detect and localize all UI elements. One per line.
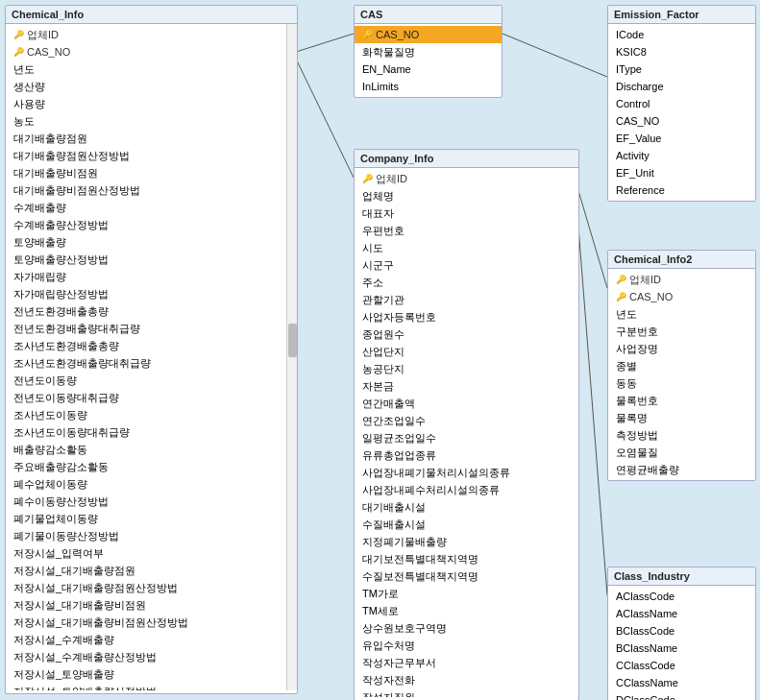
table-row: 우편번호 bbox=[355, 222, 578, 239]
company-info-table: Company_Info 🔑업체ID 업체명 대표자 우편번호 시도 시군구 주… bbox=[354, 149, 579, 700]
table-row: 🔑CAS_NO bbox=[608, 288, 755, 305]
table-row: 농공단지 bbox=[355, 360, 578, 377]
table-row: 대기배출량점원산정방법 bbox=[6, 147, 297, 164]
table-row: CClassName bbox=[608, 674, 755, 691]
table-row: 시군구 bbox=[355, 256, 578, 274]
table-row: CClassCode bbox=[608, 657, 755, 674]
table-row: 화학물질명 bbox=[355, 43, 502, 60]
chemical-info-body[interactable]: 🔑업체ID 🔑CAS_NO 년도 생산량 사용량 농도 대기배출량점원 대기배출… bbox=[6, 24, 297, 690]
company-info-header: Company_Info bbox=[355, 150, 578, 168]
company-info-body[interactable]: 🔑업체ID 업체명 대표자 우편번호 시도 시군구 주소 관할기관 사업자등록번… bbox=[355, 168, 578, 697]
table-row: InLimits bbox=[355, 78, 502, 95]
chemical-info2-body: 🔑업체ID 🔑CAS_NO 년도 구분번호 사업장명 종별 동동 물록번호 물록… bbox=[608, 269, 755, 480]
svg-line-3 bbox=[575, 178, 607, 288]
table-row: 연평균배출량 bbox=[608, 461, 755, 478]
table-row: 농도 bbox=[6, 112, 297, 130]
svg-line-1 bbox=[503, 34, 607, 77]
table-row: 자가매립량산정방법 bbox=[6, 285, 297, 302]
table-row: 🔑업체ID bbox=[608, 271, 755, 288]
table-row: 저장시설_대기배출량점원산정방법 bbox=[6, 579, 297, 596]
table-row: 상수원보호구역명 bbox=[355, 619, 578, 637]
table-row: 저장시설_입력여부 bbox=[6, 544, 297, 562]
canvas: Chemical_Info 🔑업체ID 🔑CAS_NO 년도 생산량 사용량 농… bbox=[0, 0, 760, 700]
table-row: 🔑업체ID bbox=[6, 26, 297, 43]
table-row: 조사년도환경배출총량 bbox=[6, 337, 297, 354]
table-row: 지정폐기물배출량 bbox=[355, 533, 578, 550]
table-row: 사업자등록번호 bbox=[355, 308, 578, 326]
table-row: 측정방법 bbox=[608, 426, 755, 444]
table-row: 저장시설_수계배출량 bbox=[6, 631, 297, 648]
table-row: EN_Name bbox=[355, 60, 502, 78]
table-row: 폐수이동량산정방법 bbox=[6, 493, 297, 510]
table-row: 저장시설_수계배출량산정방법 bbox=[6, 648, 297, 665]
table-row: 업체명 bbox=[355, 187, 578, 205]
table-row: AClassName bbox=[608, 605, 755, 622]
chemical-info2-table: Chemical_Info2 🔑업체ID 🔑CAS_NO 년도 구분번호 사업장… bbox=[607, 250, 756, 481]
table-row: 사용량 bbox=[6, 95, 297, 112]
table-row: 사업장내폐기물처리시설의종류 bbox=[355, 464, 578, 481]
table-row: 종업원수 bbox=[355, 326, 578, 343]
table-row: TM가로 bbox=[355, 585, 578, 602]
table-row: 대표자 bbox=[355, 205, 578, 222]
table-row: 폐기물이동량산정방법 bbox=[6, 527, 297, 544]
table-row: KSIC8 bbox=[608, 43, 755, 60]
table-row: 저장시설_대기배출량비점원산정방법 bbox=[6, 614, 297, 631]
table-row: 주소 bbox=[355, 274, 578, 291]
table-row: ICode bbox=[608, 26, 755, 43]
table-row: 수질배출시설 bbox=[355, 516, 578, 533]
table-row: 대기배출량비점원 bbox=[6, 164, 297, 181]
emission-factor-table: Emission_Factor ICode KSIC8 IType Discha… bbox=[607, 5, 756, 202]
table-row: 대기배출시설 bbox=[355, 498, 578, 516]
class-industry-header: Class_Industry bbox=[608, 567, 755, 586]
table-row: 저장시설_대기배출량비점원 bbox=[6, 596, 297, 614]
class-industry-body: AClassCode AClassName BClassCode BClassN… bbox=[608, 586, 755, 700]
table-row: CAS_NO bbox=[608, 112, 755, 130]
table-row: 수계배출량산정방법 bbox=[6, 216, 297, 233]
chemical-info2-header: Chemical_Info2 bbox=[608, 251, 755, 269]
svg-line-0 bbox=[293, 34, 354, 53]
table-row: 폐기물업체이동량 bbox=[6, 510, 297, 527]
table-row: 연간조업일수 bbox=[355, 412, 578, 429]
table-row: Reference bbox=[608, 181, 755, 199]
table-row: 조사년도이동량대취급량 bbox=[6, 423, 297, 441]
table-row: 대기배출량점원 bbox=[6, 130, 297, 147]
table-row: AClassCode bbox=[608, 588, 755, 605]
table-row: 동동 bbox=[608, 374, 755, 392]
table-row: 🔑업체ID bbox=[355, 170, 578, 187]
cas-table: CAS 🔑 CAS_NO 화학물질명 EN_Name InLimits bbox=[354, 5, 503, 98]
table-row: 대기배출량비점원산정방법 bbox=[6, 181, 297, 199]
table-row: 토양배출량산정방법 bbox=[6, 251, 297, 268]
table-row: 종별 bbox=[608, 357, 755, 374]
emission-factor-body: ICode KSIC8 IType Discharge Control CAS_… bbox=[608, 24, 755, 201]
table-row: BClassCode bbox=[608, 622, 755, 640]
svg-line-4 bbox=[575, 178, 607, 595]
table-row: 작성자근무부서 bbox=[355, 654, 578, 671]
table-row: 토양배출량 bbox=[6, 233, 297, 251]
table-row: 조사년도이동량 bbox=[6, 406, 297, 423]
table-row: 🔑CAS_NO bbox=[6, 43, 297, 60]
table-row: 유류총업업종류 bbox=[355, 447, 578, 464]
table-row: 작성자직위 bbox=[355, 688, 578, 697]
table-row: 전년도이동량 bbox=[6, 372, 297, 389]
table-row: 사업장내폐수처리시설의종류 bbox=[355, 481, 578, 498]
table-row: 작성자전화 bbox=[355, 671, 578, 688]
table-row: BClassName bbox=[608, 640, 755, 657]
table-row: 저장시설_토양배출량 bbox=[6, 665, 297, 683]
table-row: 년도 bbox=[608, 305, 755, 323]
emission-factor-header: Emission_Factor bbox=[608, 6, 755, 24]
table-row: Discharge bbox=[608, 78, 755, 95]
table-row: 일평균조업일수 bbox=[355, 429, 578, 447]
table-row: 저장시설_토양배출량산정방법 bbox=[6, 683, 297, 690]
table-row: 폐수업체이동량 bbox=[6, 475, 297, 493]
table-row: 자본금 bbox=[355, 377, 578, 395]
table-row: 대기보전특별대책지역명 bbox=[355, 550, 578, 567]
table-row: 연간매출액 bbox=[355, 395, 578, 412]
table-row: Control bbox=[608, 95, 755, 112]
cas-header: CAS bbox=[355, 6, 502, 24]
table-row: 수계배출량 bbox=[6, 199, 297, 216]
table-row: 구분번호 bbox=[608, 323, 755, 340]
table-row: DClassCode bbox=[608, 691, 755, 700]
table-row: 조사년도환경배출량대취급량 bbox=[6, 354, 297, 372]
table-row: 물록번호 bbox=[608, 392, 755, 409]
table-row: 산업단지 bbox=[355, 343, 578, 360]
